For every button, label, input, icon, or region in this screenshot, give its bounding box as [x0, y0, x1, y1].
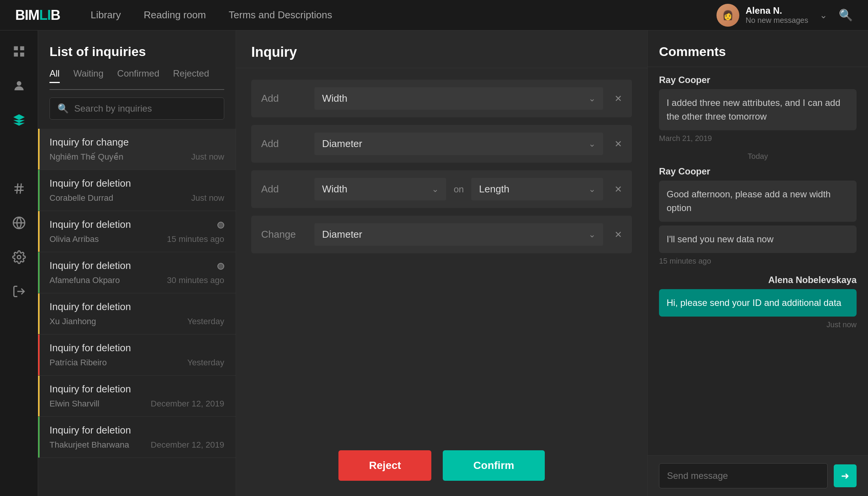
row-field2-select[interactable]: Length ⌄	[471, 178, 603, 200]
message-input-area: ➜	[648, 455, 868, 496]
comment-time: Just now	[659, 320, 857, 329]
search-icon[interactable]: 🔍	[839, 8, 853, 22]
svg-line-8	[20, 184, 21, 194]
left-panel-header: List of inquiries All Waiting Confirmed …	[38, 30, 236, 129]
inquiry-list-item[interactable]: Inquiry for deletion Afamefuna Okparo 30…	[38, 252, 236, 293]
svg-point-10	[17, 256, 21, 259]
panel-title: List of inquiries	[49, 44, 224, 59]
search-icon: 🔍	[57, 103, 69, 114]
inquiry-list-item[interactable]: Inquiry for deletion Thakurjeet Bharwana…	[38, 417, 236, 458]
row-action: Add	[261, 93, 307, 104]
sidebar-icon-person[interactable]	[10, 76, 29, 95]
inquiry-list: Inquiry for change Nghiêm Thế Quyền Just…	[38, 129, 236, 496]
search-input[interactable]	[74, 103, 216, 114]
close-icon[interactable]: ✕	[614, 139, 622, 149]
left-panel: List of inquiries All Waiting Confirmed …	[38, 30, 236, 496]
inquiry-row: Add Width ⌄ ✕	[251, 80, 632, 117]
right-panel: Comments Ray CooperI added three new att…	[647, 30, 868, 496]
inquiry-row: Change Diameter ⌄ ✕	[251, 216, 632, 253]
chevron-icon: ⌄	[589, 230, 595, 240]
inquiry-list-item[interactable]: Inquiry for deletion Patrícia Ribeiro Ye…	[38, 334, 236, 376]
comment-date: March 21, 2019	[659, 134, 857, 143]
row-action: Add	[261, 183, 307, 195]
sidebar-icon-link[interactable]	[10, 213, 29, 232]
comment-bubble: I added three new attributes, and I can …	[659, 89, 857, 130]
inquiry-list-item[interactable]: Inquiry for deletion Elwin Sharvill Dece…	[38, 376, 236, 417]
row-action: Add	[261, 138, 307, 150]
inquiry-list-item[interactable]: Inquiry for deletion Corabelle Durrad Ju…	[38, 170, 236, 211]
comments-list: Ray CooperI added three new attributes, …	[648, 67, 868, 455]
comment-bubble: Good afternoon, please add a new width o…	[659, 181, 857, 222]
comments-title: Comments	[659, 44, 857, 59]
row-field-select[interactable]: Width ⌄	[314, 178, 446, 200]
sidebar	[0, 30, 38, 496]
nav-reading-room[interactable]: Reading room	[144, 9, 206, 21]
top-nav: BIMLIB Library Reading room Terms and De…	[0, 0, 868, 30]
tab-confirmed[interactable]: Confirmed	[117, 68, 160, 83]
sidebar-icon-transfer[interactable]	[10, 145, 29, 164]
user-name: Alena N.	[745, 5, 808, 16]
inquiry-list-item[interactable]: Inquiry for deletion Olivia Arribas 15 m…	[38, 211, 236, 252]
section-label: Today	[659, 152, 857, 161]
send-button[interactable]: ➜	[834, 464, 857, 487]
comment-time: 15 minutes ago	[659, 257, 857, 266]
inquiry-row: Add Diameter ⌄ ✕	[251, 125, 632, 163]
avatar: 👩	[716, 4, 739, 27]
sidebar-icon-gear[interactable]	[10, 248, 29, 267]
svg-rect-3	[20, 53, 24, 57]
comment-group: Ray CooperGood afternoon, please add a n…	[659, 166, 857, 266]
comment-group: Ray CooperI added three new attributes, …	[659, 75, 857, 143]
close-icon[interactable]: ✕	[614, 229, 622, 240]
message-input[interactable]	[659, 463, 828, 488]
sidebar-icon-exit[interactable]	[10, 282, 29, 301]
chevron-icon: ⌄	[589, 139, 595, 149]
row-field-select[interactable]: Diameter ⌄	[314, 223, 603, 246]
svg-rect-0	[14, 46, 18, 51]
svg-rect-2	[14, 53, 18, 57]
close-icon[interactable]: ✕	[614, 93, 622, 104]
tab-rejected[interactable]: Rejected	[173, 68, 209, 83]
inquiry-header: Inquiry	[236, 30, 647, 68]
reject-button[interactable]: Reject	[338, 450, 431, 481]
sidebar-icon-hash[interactable]	[10, 179, 29, 198]
comment-group: Alena NobelevskayaHi, please send your I…	[659, 275, 857, 329]
inquiry-list-item[interactable]: Inquiry for change Nghiêm Thế Quyền Just…	[38, 129, 236, 170]
comment-bubble: I'll send you new data now	[659, 226, 857, 253]
row-field-select[interactable]: Width ⌄	[314, 87, 603, 110]
close-icon[interactable]: ✕	[614, 184, 622, 195]
row-action: Change	[261, 229, 307, 240]
app-logo: BIMLIB	[15, 7, 60, 23]
chevron-icon: ⌄	[432, 184, 439, 194]
tab-waiting[interactable]: Waiting	[73, 68, 104, 83]
tab-underline	[49, 89, 224, 90]
nav-terms[interactable]: Terms and Descriptions	[229, 9, 332, 21]
tab-all[interactable]: All	[49, 68, 60, 83]
sidebar-icon-layers[interactable]	[10, 110, 29, 130]
user-info: 👩 Alena N. No new messages	[716, 4, 808, 27]
chevron-down-icon[interactable]: ⌄	[820, 10, 827, 21]
svg-rect-1	[20, 46, 24, 51]
chevron-icon: ⌄	[589, 184, 595, 194]
main-layout: List of inquiries All Waiting Confirmed …	[0, 30, 868, 496]
nav-library[interactable]: Library	[91, 9, 121, 21]
middle-panel: Inquiry Add Width ⌄ ✕ Add Diameter ⌄ ✕ A…	[236, 30, 647, 496]
confirm-button[interactable]: Confirm	[443, 450, 544, 481]
nav-right: 👩 Alena N. No new messages ⌄ 🔍	[716, 4, 853, 27]
sidebar-icon-grid[interactable]	[10, 42, 29, 61]
inquiry-rows: Add Width ⌄ ✕ Add Diameter ⌄ ✕ Add Width…	[236, 68, 647, 439]
svg-line-7	[17, 184, 18, 194]
user-status: No new messages	[745, 16, 808, 25]
inquiry-list-item[interactable]: Inquiry for deletion Xu Jianhong Yesterd…	[38, 293, 236, 334]
inquiry-title: Inquiry	[251, 44, 632, 60]
comment-author: Ray Cooper	[659, 166, 857, 177]
comment-author: Ray Cooper	[659, 75, 857, 85]
row-field-select[interactable]: Diameter ⌄	[314, 133, 603, 155]
user-details: Alena N. No new messages	[745, 5, 808, 25]
svg-point-4	[17, 81, 21, 86]
comment-bubble: Hi, please send your ID and additional d…	[659, 289, 857, 317]
nav-links: Library Reading room Terms and Descripti…	[91, 9, 716, 21]
search-box: 🔍	[49, 98, 224, 120]
chevron-icon: ⌄	[589, 94, 595, 104]
row-on-label: on	[454, 184, 464, 195]
tabs: All Waiting Confirmed Rejected	[49, 68, 224, 83]
